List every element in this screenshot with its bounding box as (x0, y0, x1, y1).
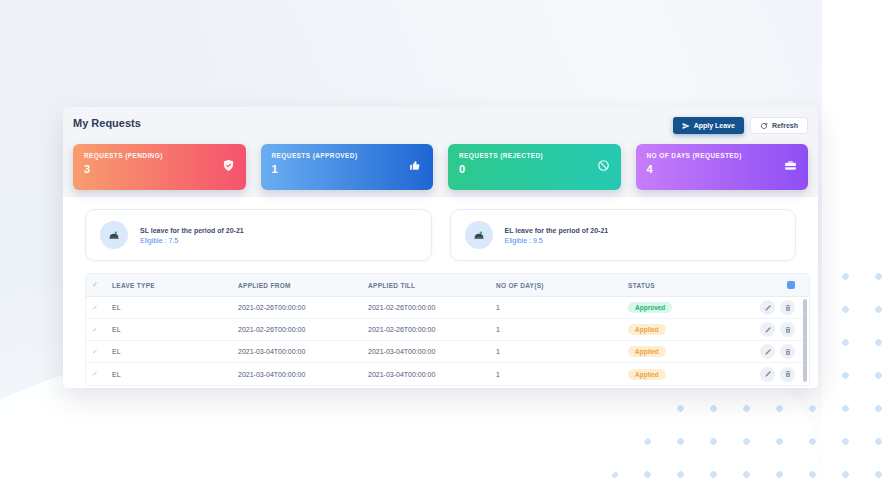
edit-button[interactable] (760, 367, 775, 382)
edit-button[interactable] (760, 300, 775, 315)
table-body: ✓ EL 2021-02-26T00:00:00 2021-02-26T00:0… (86, 297, 809, 385)
row-actions (756, 300, 795, 315)
cell-leave-type: EL (112, 371, 238, 378)
summary-title: EL leave for the period of 20-21 (505, 227, 609, 234)
stat-card-value: 4 (647, 163, 742, 175)
col-status: STATUS (628, 282, 756, 289)
stat-card-value: 0 (459, 163, 543, 175)
cell-applied-till: 2021-02-26T00:00:00 (368, 304, 496, 311)
refresh-button[interactable]: Refresh (750, 117, 808, 134)
apply-leave-label: Apply Leave (694, 122, 735, 129)
delete-button[interactable] (780, 367, 795, 382)
stat-card-label: REQUESTS (REJECTED) (459, 152, 543, 159)
cell-applied-from: 2021-03-04T00:00:00 (238, 371, 368, 378)
stat-card: REQUESTS (REJECTED) 0 (448, 144, 621, 190)
panel-lower-section: SL leave for the period of 20-21 Eligibl… (63, 197, 818, 388)
my-requests-panel: My Requests Apply Leave Refresh REQUEST (63, 107, 818, 388)
table-row: ✓ EL 2021-03-04T00:00:00 2021-03-04T00:0… (86, 363, 809, 385)
cell-applied-from: 2021-02-26T00:00:00 (238, 326, 368, 333)
summary-eligible: Eligible : 7.5 (140, 237, 244, 244)
delete-button[interactable] (780, 322, 795, 337)
delete-button[interactable] (780, 344, 795, 359)
el-leave-summary-card: EL leave for the period of 20-21 Eligibl… (450, 209, 797, 261)
stat-cards-row: REQUESTS (PENDING) 3 REQUESTS (APPROVED)… (73, 144, 808, 190)
status-badge: Applied (628, 369, 666, 380)
cell-applied-from: 2021-03-04T00:00:00 (238, 348, 368, 355)
apply-leave-button[interactable]: Apply Leave (673, 117, 744, 134)
cell-leave-type: EL (112, 326, 238, 333)
table-row: ✓ EL 2021-03-04T00:00:00 2021-03-04T00:0… (86, 341, 809, 363)
cell-applied-till: 2021-02-26T00:00:00 (368, 326, 496, 333)
cell-applied-from: 2021-02-26T00:00:00 (238, 304, 368, 311)
table-header: ✓ LEAVE TYPE APPLIED FROM APPLIED TILL N… (86, 274, 809, 297)
col-days: NO OF DAY(S) (496, 282, 628, 289)
table-settings-icon[interactable] (787, 281, 795, 289)
cell-days: 1 (496, 304, 628, 311)
send-icon (682, 122, 690, 130)
leave-summary-row: SL leave for the period of 20-21 Eligibl… (85, 209, 796, 261)
status-badge: Applied (628, 324, 666, 335)
toolbar: Apply Leave Refresh (673, 117, 808, 134)
table-scrollbar[interactable] (803, 299, 807, 382)
thumbs-up-icon (409, 158, 422, 176)
summary-eligible: Eligible : 9.5 (505, 237, 609, 244)
shield-check-icon (222, 158, 235, 176)
summary-title: SL leave for the period of 20-21 (140, 227, 244, 234)
refresh-label: Refresh (772, 122, 798, 129)
page-title: My Requests (73, 117, 141, 129)
ban-icon (597, 158, 610, 176)
stat-card-label: REQUESTS (PENDING) (84, 152, 163, 159)
briefcase-icon (784, 158, 797, 176)
refresh-icon (760, 122, 768, 130)
row-check-icon[interactable]: ✓ (92, 348, 112, 356)
status-badge: Approved (628, 302, 672, 313)
stat-card: NO OF DAYS (REQUESTED) 4 (636, 144, 809, 190)
panel-top-section: My Requests Apply Leave Refresh REQUEST (63, 107, 818, 190)
row-check-icon[interactable]: ✓ (92, 326, 112, 334)
col-leave-type: LEAVE TYPE (112, 282, 238, 289)
row-actions (756, 344, 795, 359)
row-check-icon[interactable]: ✓ (92, 370, 112, 378)
col-applied-from: APPLIED FROM (238, 282, 368, 289)
row-actions (756, 322, 795, 337)
stat-card-value: 3 (84, 163, 163, 175)
cell-days: 1 (496, 348, 628, 355)
edit-button[interactable] (760, 322, 775, 337)
edit-button[interactable] (760, 344, 775, 359)
table-row: ✓ EL 2021-02-26T00:00:00 2021-02-26T00:0… (86, 297, 809, 319)
leave-icon (100, 221, 128, 249)
col-applied-till: APPLIED TILL (368, 282, 496, 289)
stat-card-value: 1 (272, 163, 358, 175)
cell-days: 1 (496, 371, 628, 378)
stat-card: REQUESTS (APPROVED) 1 (261, 144, 434, 190)
row-check-icon[interactable]: ✓ (92, 304, 112, 312)
sl-leave-summary-card: SL leave for the period of 20-21 Eligibl… (85, 209, 432, 261)
cell-days: 1 (496, 326, 628, 333)
table-row: ✓ EL 2021-02-26T00:00:00 2021-02-26T00:0… (86, 319, 809, 341)
row-actions (756, 367, 795, 382)
select-all-check-icon[interactable]: ✓ (92, 281, 112, 289)
cell-leave-type: EL (112, 304, 238, 311)
leave-icon (465, 221, 493, 249)
cell-applied-till: 2021-03-04T00:00:00 (368, 371, 496, 378)
stat-card-label: REQUESTS (APPROVED) (272, 152, 358, 159)
stat-card: REQUESTS (PENDING) 3 (73, 144, 246, 190)
status-badge: Applied (628, 346, 666, 357)
requests-table: ✓ LEAVE TYPE APPLIED FROM APPLIED TILL N… (85, 273, 810, 386)
cell-leave-type: EL (112, 348, 238, 355)
delete-button[interactable] (780, 300, 795, 315)
cell-applied-till: 2021-03-04T00:00:00 (368, 348, 496, 355)
stat-card-label: NO OF DAYS (REQUESTED) (647, 152, 742, 159)
